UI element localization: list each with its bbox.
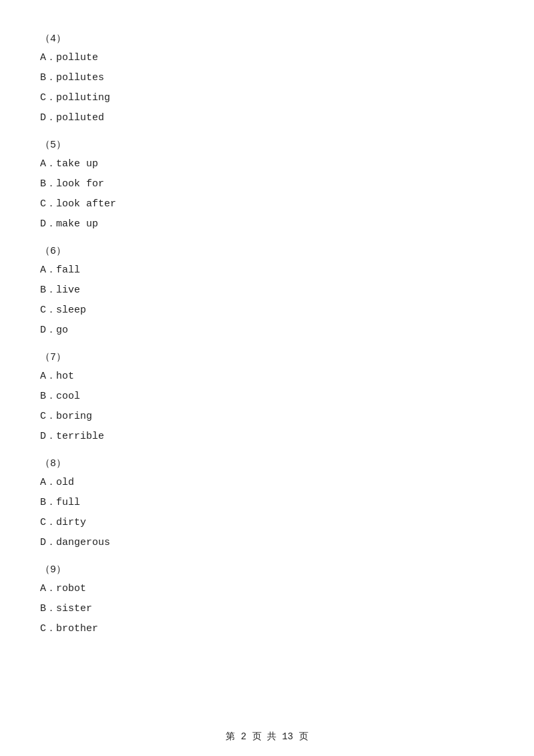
option-7-1: B．cool	[40, 389, 494, 405]
option-6-2: C．sleep	[40, 303, 494, 319]
option-7-0: A．hot	[40, 369, 494, 385]
option-8-3: D．dangerous	[40, 535, 494, 551]
option-5-2: C．look after	[40, 196, 494, 212]
question-number-4: （4）	[40, 32, 494, 45]
question-number-8: （8）	[40, 457, 494, 469]
option-9-1: B．sister	[40, 601, 494, 617]
page-content: （4）A．polluteB．pollutesC．pollutingD．pollu…	[0, 0, 534, 681]
option-6-3: D．go	[40, 323, 494, 339]
option-6-1: B．live	[40, 282, 494, 299]
option-8-1: B．full	[40, 495, 494, 511]
option-5-3: D．make up	[40, 216, 494, 232]
option-6-0: A．fall	[40, 262, 494, 278]
option-5-1: B．look for	[40, 176, 494, 192]
option-7-2: C．boring	[40, 409, 494, 425]
option-9-0: A．robot	[40, 581, 494, 597]
option-5-0: A．take up	[40, 156, 494, 172]
page-footer: 第 2 页 共 13 页	[0, 731, 534, 743]
question-number-7: （7）	[40, 351, 494, 363]
option-7-3: D．terrible	[40, 429, 494, 445]
footer-text: 第 2 页 共 13 页	[226, 731, 308, 742]
option-4-3: D．polluted	[40, 110, 494, 126]
option-9-2: C．brother	[40, 621, 494, 637]
option-8-2: C．dirty	[40, 515, 494, 531]
option-4-2: C．polluting	[40, 90, 494, 106]
question-number-9: （9）	[40, 563, 494, 576]
option-4-0: A．pollute	[40, 50, 494, 66]
option-8-0: A．old	[40, 475, 494, 491]
question-number-5: （5）	[40, 138, 494, 151]
question-number-6: （6）	[40, 244, 494, 257]
option-4-1: B．pollutes	[40, 70, 494, 86]
